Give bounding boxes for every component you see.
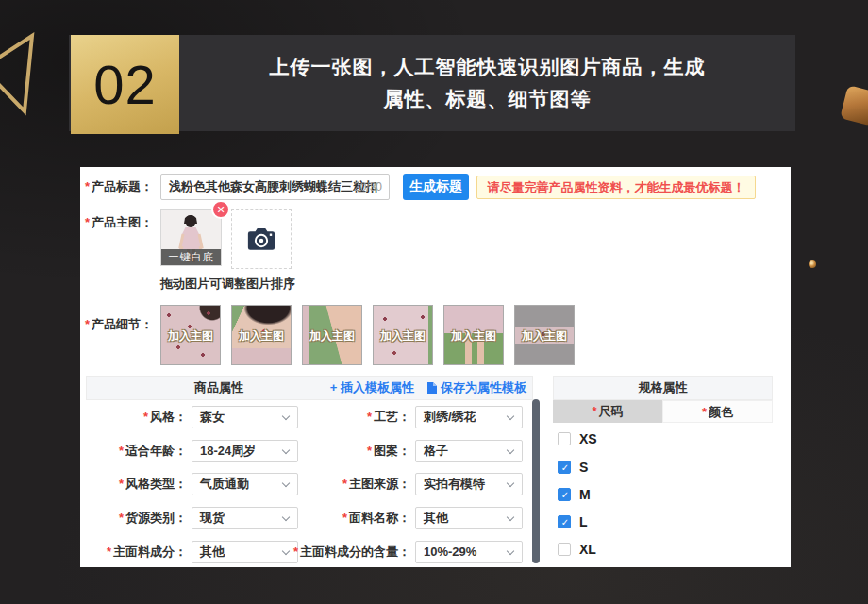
close-icon[interactable]: ✕ [211, 200, 230, 219]
detail-thumbnail-6[interactable]: 加入主图 [514, 305, 575, 365]
one-click-whiten-overlay[interactable]: 一键白底 [161, 249, 221, 265]
chevron-down-icon [507, 479, 514, 487]
detail-thumbnail-2[interactable]: 加入主图 [231, 305, 292, 365]
attr-label-image-source: *主图来源： [231, 473, 410, 495]
size-option-s: S [558, 460, 588, 475]
size-label: L [579, 514, 588, 529]
camera-icon [246, 226, 276, 252]
step-title: 上传一张图，人工智能快速识别图片商品，生成 属性、标题、细节图等 [179, 35, 795, 131]
attr-label-fabric: *主面料成分： [80, 541, 187, 563]
upload-image-button[interactable] [231, 209, 292, 269]
add-to-main-overlay[interactable]: 加入主图 [444, 328, 503, 344]
attr-select-craft[interactable]: 刺绣/绣花 [415, 406, 523, 428]
step-title-line1: 上传一张图，人工智能快速识别图片商品，生成 [270, 54, 706, 80]
checkbox-xs[interactable] [558, 432, 571, 445]
size-option-l: L [558, 514, 588, 529]
title-char-counter: 20/30 [354, 174, 386, 200]
add-to-main-overlay[interactable]: 加入主图 [303, 328, 361, 344]
scrollbar-thumb[interactable] [532, 399, 540, 563]
attr-label-fabric-content: *主面料成分的含量： [231, 541, 410, 563]
document-icon [426, 382, 437, 394]
detail-thumbnail-3[interactable]: 加入主图 [302, 305, 362, 365]
step-number-badge: 02 [71, 35, 179, 134]
attributes-section-title: 商品属性 [87, 377, 351, 399]
size-label: XL [579, 542, 596, 557]
step-header: 02 上传一张图，人工智能快速识别图片商品，生成 属性、标题、细节图等 [69, 35, 795, 131]
attributes-section-header: 商品属性 + 插入模板属性 保存为属性模板 [86, 376, 533, 400]
detail-images-label: *产品细节： [85, 316, 153, 333]
product-title-label: *产品标题： [85, 174, 153, 200]
chevron-down-icon [507, 513, 514, 521]
tab-size[interactable]: *尺码 [553, 400, 662, 423]
main-image-thumbnail[interactable]: 一键白底 ✕ [160, 209, 222, 266]
add-to-main-overlay[interactable]: 加入主图 [232, 328, 291, 344]
spec-section-title: 规格属性 [639, 380, 688, 394]
attr-label-craft: *工艺： [231, 406, 410, 428]
attr-select-pattern[interactable]: 格子 [415, 440, 523, 462]
size-label: XS [579, 431, 597, 446]
attr-select-fabric-name[interactable]: 其他 [415, 507, 523, 529]
size-label: M [579, 487, 591, 502]
checkbox-xl[interactable] [558, 543, 571, 556]
size-option-xs: XS [558, 431, 597, 446]
title-warning-message: 请尽量完善产品属性资料，才能生成最优标题！ [476, 176, 756, 199]
checkbox-m[interactable] [558, 488, 571, 501]
attr-label-style: *风格： [80, 406, 187, 428]
detail-thumbnail-4[interactable]: 加入主图 [373, 305, 433, 365]
chevron-down-icon [507, 547, 514, 555]
checkbox-l[interactable] [558, 515, 571, 528]
save-template-link[interactable]: 保存为属性模板 [426, 379, 526, 396]
dot-decoration [809, 260, 816, 268]
attr-label-style-type: *风格类型： [80, 473, 187, 495]
add-to-main-overlay[interactable]: 加入主图 [374, 328, 432, 344]
size-label: S [579, 460, 588, 475]
add-to-main-overlay[interactable]: 加入主图 [161, 328, 220, 344]
page-background: 02 上传一张图，人工智能快速识别图片商品，生成 属性、标题、细节图等 *产品标… [0, 0, 868, 604]
chevron-down-icon [507, 412, 514, 420]
generate-title-button[interactable]: 生成标题 [403, 174, 469, 200]
product-editor-panel: *产品标题： 浅粉色其他森女高腰刺绣蝴蝶结三粒扣 20/30 生成标题 请尽量完… [80, 167, 791, 567]
checkbox-s[interactable] [558, 461, 571, 474]
attr-select-fabric-content[interactable]: 10%-29% [415, 541, 523, 563]
required-mark: * [85, 179, 90, 193]
drag-sort-hint: 拖动图片可调整图片排序 [160, 276, 295, 293]
triangle-decoration [0, 32, 42, 117]
step-title-line2: 属性、标题、细节图等 [384, 86, 592, 112]
step-number: 02 [93, 53, 157, 116]
cube-decoration [840, 85, 868, 126]
size-option-m: M [558, 487, 591, 502]
detail-thumbnail-1[interactable]: 加入主图 [160, 305, 221, 365]
attr-label-age: *适合年龄： [80, 440, 187, 462]
attr-label-fabric-name: *面料名称： [231, 507, 410, 529]
insert-template-link[interactable]: + 插入模板属性 [330, 379, 414, 396]
tab-color[interactable]: *颜色 [662, 400, 773, 423]
attr-label-supply-type: *货源类别： [80, 507, 187, 529]
size-option-xl: XL [558, 542, 596, 557]
add-to-main-overlay[interactable]: 加入主图 [515, 328, 574, 344]
attr-select-image-source[interactable]: 实拍有模特 [415, 473, 523, 495]
chevron-down-icon [507, 446, 514, 454]
attr-label-pattern: *图案： [231, 440, 410, 462]
detail-thumbnail-5[interactable]: 加入主图 [443, 305, 504, 365]
main-image-label: *产品主图： [85, 214, 153, 231]
spec-section-header: 规格属性 [553, 376, 773, 400]
